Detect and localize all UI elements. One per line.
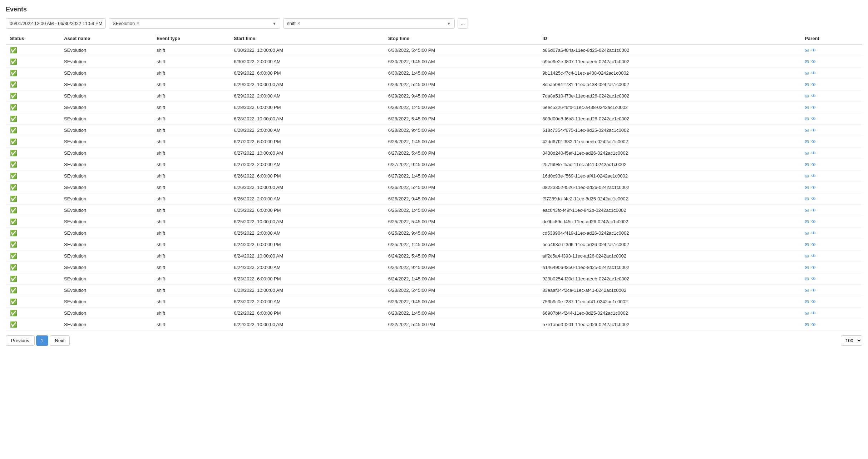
eye-icon[interactable]: 👁 — [811, 196, 816, 202]
action-icons: ✉👁 — [805, 208, 858, 213]
asset-filter-clear[interactable]: ✕ — [136, 21, 140, 26]
link-icon[interactable]: ✉ — [805, 128, 809, 133]
eye-icon[interactable]: 👁 — [811, 116, 816, 122]
type-filter-inner: shift ✕ — [287, 21, 301, 26]
link-icon[interactable]: ✉ — [805, 253, 809, 259]
eye-icon[interactable]: 👁 — [811, 162, 816, 168]
link-icon[interactable]: ✉ — [805, 242, 809, 248]
eye-icon[interactable]: 👁 — [811, 128, 816, 133]
next-button[interactable]: Next — [50, 335, 70, 346]
asset-filter-dropdown[interactable]: SEvolution ✕ ▼ — [109, 18, 280, 29]
link-icon[interactable]: ✉ — [805, 196, 809, 202]
link-icon[interactable]: ✉ — [805, 162, 809, 168]
link-icon[interactable]: ✉ — [805, 230, 809, 236]
cell-stop: 6/24/2022, 9:45:00 AM — [384, 262, 538, 273]
cell-id: eac043fc-f49f-11ec-842b-0242ac1c0002 — [538, 205, 800, 216]
col-parent: Parent — [800, 33, 862, 44]
eye-icon[interactable]: 👁 — [811, 59, 816, 65]
action-icons: ✉👁 — [805, 253, 858, 259]
action-icons: ✉👁 — [805, 162, 858, 168]
status-ok-icon: ✅ — [10, 116, 17, 122]
link-icon[interactable]: ✉ — [805, 82, 809, 88]
type-filter-dropdown[interactable]: shift ✕ ▼ — [283, 18, 455, 29]
cell-stop: 6/24/2022, 1:45:00 AM — [384, 273, 538, 285]
eye-icon[interactable]: 👁 — [811, 70, 816, 76]
cell-status: ✅ — [6, 239, 60, 250]
link-icon[interactable]: ✉ — [805, 48, 809, 53]
link-icon[interactable]: ✉ — [805, 310, 809, 316]
cell-type: shift — [152, 239, 230, 250]
eye-icon[interactable]: 👁 — [811, 105, 816, 110]
eye-icon[interactable]: 👁 — [811, 173, 816, 179]
eye-icon[interactable]: 👁 — [811, 276, 816, 282]
status-ok-icon: ✅ — [10, 47, 17, 53]
eye-icon[interactable]: 👁 — [811, 265, 816, 270]
table-row: ✅SEvolutionshift6/24/2022, 10:00:00 AM6/… — [6, 250, 862, 262]
eye-icon[interactable]: 👁 — [811, 185, 816, 190]
cell-status: ✅ — [6, 44, 60, 56]
action-icons: ✉👁 — [805, 299, 858, 305]
filters-row: SEvolution ✕ ▼ shift ✕ ▼ ... — [6, 18, 862, 29]
link-icon[interactable]: ✉ — [805, 208, 809, 213]
action-icons: ✉👁 — [805, 70, 858, 76]
eye-icon[interactable]: 👁 — [811, 139, 816, 145]
cell-asset: SEvolution — [60, 44, 152, 56]
link-icon[interactable]: ✉ — [805, 219, 809, 225]
eye-icon[interactable]: 👁 — [811, 253, 816, 259]
cell-status: ✅ — [6, 250, 60, 262]
cell-start: 6/27/2022, 10:00:00 AM — [230, 148, 384, 159]
cell-asset: SEvolution — [60, 68, 152, 79]
cell-id: a1464906-f350-11ec-8d25-0242ac1c0002 — [538, 262, 800, 273]
link-icon[interactable]: ✉ — [805, 116, 809, 122]
cell-parent: ✉👁 — [800, 273, 862, 285]
link-icon[interactable]: ✉ — [805, 59, 809, 65]
link-icon[interactable]: ✉ — [805, 322, 809, 328]
cell-start: 6/29/2022, 6:00:00 PM — [230, 68, 384, 79]
eye-icon[interactable]: 👁 — [811, 242, 816, 248]
link-icon[interactable]: ✉ — [805, 288, 809, 293]
cell-stop: 6/24/2022, 5:45:00 PM — [384, 250, 538, 262]
link-icon[interactable]: ✉ — [805, 105, 809, 110]
link-icon[interactable]: ✉ — [805, 276, 809, 282]
cell-type: shift — [152, 44, 230, 56]
cell-parent: ✉👁 — [800, 148, 862, 159]
eye-icon[interactable]: 👁 — [811, 48, 816, 53]
cell-start: 6/23/2022, 6:00:00 PM — [230, 273, 384, 285]
eye-icon[interactable]: 👁 — [811, 82, 816, 88]
cell-status: ✅ — [6, 148, 60, 159]
type-dropdown-arrow: ▼ — [447, 21, 451, 26]
date-range-input[interactable] — [6, 18, 106, 29]
link-icon[interactable]: ✉ — [805, 150, 809, 156]
cell-start: 6/28/2022, 2:00:00 AM — [230, 125, 384, 136]
table-row: ✅SEvolutionshift6/30/2022, 10:00:00 AM6/… — [6, 44, 862, 56]
link-icon[interactable]: ✉ — [805, 93, 809, 99]
eye-icon[interactable]: 👁 — [811, 230, 816, 236]
cell-asset: SEvolution — [60, 319, 152, 330]
table-row: ✅SEvolutionshift6/27/2022, 2:00:00 AM6/2… — [6, 159, 862, 170]
link-icon[interactable]: ✉ — [805, 70, 809, 76]
eye-icon[interactable]: 👁 — [811, 299, 816, 305]
link-icon[interactable]: ✉ — [805, 265, 809, 270]
link-icon[interactable]: ✉ — [805, 299, 809, 305]
eye-icon[interactable]: 👁 — [811, 150, 816, 156]
eye-icon[interactable]: 👁 — [811, 208, 816, 213]
table-row: ✅SEvolutionshift6/22/2022, 10:00:00 AM6/… — [6, 319, 862, 330]
eye-icon[interactable]: 👁 — [811, 322, 816, 328]
cell-id: 929b0254-f30d-11ec-aeeb-0242ac1c0002 — [538, 273, 800, 285]
type-filter-clear[interactable]: ✕ — [297, 21, 301, 26]
cell-parent: ✉👁 — [800, 262, 862, 273]
eye-icon[interactable]: 👁 — [811, 310, 816, 316]
more-filters-button[interactable]: ... — [458, 18, 468, 29]
link-icon[interactable]: ✉ — [805, 173, 809, 179]
link-icon[interactable]: ✉ — [805, 139, 809, 145]
eye-icon[interactable]: 👁 — [811, 219, 816, 225]
previous-button[interactable]: Previous — [6, 335, 35, 346]
current-page-number[interactable]: 1 — [36, 335, 48, 346]
cell-start: 6/30/2022, 10:00:00 AM — [230, 44, 384, 56]
per-page-select[interactable]: 100 50 25 — [841, 335, 862, 346]
status-ok-icon: ✅ — [10, 219, 17, 225]
eye-icon[interactable]: 👁 — [811, 288, 816, 293]
link-icon[interactable]: ✉ — [805, 185, 809, 190]
eye-icon[interactable]: 👁 — [811, 93, 816, 99]
cell-asset: SEvolution — [60, 102, 152, 113]
